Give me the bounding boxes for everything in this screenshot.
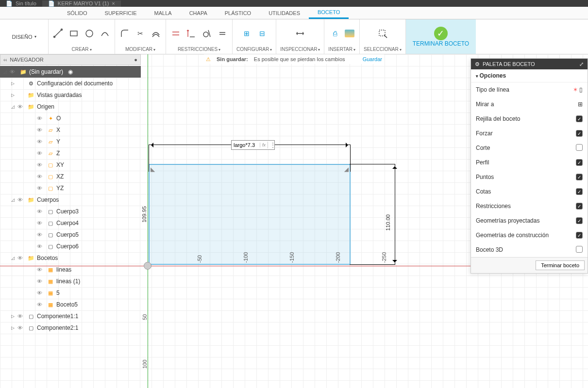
insert-image-icon[interactable] <box>345 30 354 37</box>
linetype-icon-2[interactable]: ▯ <box>579 86 583 93</box>
visibility-icon[interactable]: 👁 <box>17 325 25 331</box>
pin-icon[interactable]: ⤢ <box>579 61 584 67</box>
insert-deriv-icon[interactable]: ⎙ <box>329 28 341 39</box>
checkbox[interactable]: ✓ <box>576 203 583 210</box>
tree-body[interactable]: 👁▢Cuerpo6 <box>0 241 141 252</box>
visibility-icon[interactable]: 👁 <box>37 267 45 273</box>
tree-component[interactable]: ▷👁▢Componente2:1 <box>0 322 141 334</box>
checkbox[interactable]: ✓ <box>576 115 583 122</box>
ribbon-tab-chapa[interactable]: CHAPA <box>181 7 216 19</box>
origin-point[interactable] <box>144 262 151 270</box>
tree-axis-yz[interactable]: 👁▢YZ <box>0 182 141 194</box>
ribbon-tab-sólido[interactable]: SÓLIDO <box>58 7 96 19</box>
visibility-icon[interactable]: 👁 <box>37 174 45 179</box>
tree-body[interactable]: 👁▢Cuerpo3 <box>0 206 141 217</box>
visibility-icon[interactable]: 👁 <box>10 69 17 75</box>
dimension-menu-icon[interactable]: ⋮ <box>268 142 278 148</box>
checkbox[interactable] <box>576 246 583 253</box>
trim-tool-icon[interactable]: ✂ <box>134 28 146 39</box>
close-icon[interactable]: × <box>112 0 115 6</box>
tree-body[interactable]: 👁▢Cuerpo4 <box>0 217 141 229</box>
tree-root[interactable]: ◿👁📁(Sin guardar)◉ <box>0 66 141 78</box>
tree-sketch[interactable]: 👁▦lineas (1) <box>0 275 141 287</box>
tree-axis-xz[interactable]: 👁▢XZ <box>0 171 141 182</box>
visibility-icon[interactable]: 👁 <box>17 255 25 261</box>
visibility-icon[interactable]: 👁 <box>37 185 45 191</box>
tree-axis-x[interactable]: 👁▱X <box>0 124 141 136</box>
tree-axis-z[interactable]: 👁▱Z <box>0 147 141 159</box>
horiz-constraint-icon[interactable] <box>170 28 182 39</box>
doc-tab-1[interactable]: 📄 Sin título <box>0 0 42 7</box>
sketch-rectangle[interactable]: ◣ ◣ <box>149 164 351 265</box>
rectangle-tool-icon[interactable] <box>68 28 80 39</box>
measure-icon[interactable] <box>294 28 306 39</box>
tree-axis-xy[interactable]: 👁▢XY <box>0 159 141 171</box>
checkbox[interactable]: ✓ <box>576 188 583 195</box>
checkbox[interactable]: ✓ <box>576 130 583 137</box>
vertical-dimension-right[interactable]: 110.00 <box>388 164 395 265</box>
palette-section-options[interactable]: Opciones <box>471 69 588 82</box>
tangent-constraint-icon[interactable] <box>201 28 213 39</box>
tree-sketch[interactable]: 👁▦Boceto5 <box>0 299 141 310</box>
visibility-icon[interactable]: 👁 <box>37 162 45 168</box>
checkbox[interactable]: ✓ <box>576 174 583 180</box>
visibility-icon[interactable]: 👁 <box>37 115 45 121</box>
tree-origin[interactable]: ◿👁📁Origen <box>0 101 141 113</box>
tree-bodies[interactable]: ◿👁📁Cuerpos <box>0 194 141 206</box>
visibility-icon[interactable]: 👁 <box>37 220 45 226</box>
look-at-icon[interactable]: ⊞ <box>578 101 583 108</box>
collapse-icon[interactable]: ● <box>134 57 137 63</box>
offset-tool-icon[interactable] <box>150 28 162 39</box>
visibility-icon[interactable]: 👁 <box>37 209 45 214</box>
checkbox[interactable] <box>576 144 583 151</box>
ribbon-tab-superficie[interactable]: SUPERFICIE <box>96 7 146 19</box>
palette-header[interactable]: ⚙ PALETA DE BOCETO ⤢ <box>471 59 588 69</box>
ribbon-tab-boceto[interactable]: BOCETO <box>309 7 349 19</box>
fx-icon[interactable]: fx <box>260 143 268 147</box>
design-mode-button[interactable]: DISEÑO <box>0 19 49 54</box>
tree-sketches[interactable]: ◿👁📁Bocetos <box>0 252 141 264</box>
finish-sketch-button[interactable]: ✓ TERMINAR BOCETO <box>406 19 476 54</box>
tree-doc-config[interactable]: ▷⚙Configuración del documento <box>0 78 141 89</box>
tree-saved-views[interactable]: ▷📁Vistas guardadas <box>0 89 141 101</box>
visibility-icon[interactable]: 👁 <box>37 150 45 156</box>
checkbox[interactable]: ✓ <box>576 217 583 224</box>
tree-sketch[interactable]: 👁▦lineas <box>0 264 141 275</box>
line-tool-icon[interactable] <box>52 28 64 39</box>
chevron-left-icon[interactable]: ‹‹ <box>3 57 7 63</box>
save-link[interactable]: Guardar <box>363 56 382 62</box>
visibility-icon[interactable]: 👁 <box>37 127 45 133</box>
tree-body[interactable]: 👁▢Cuerpo5 <box>0 229 141 241</box>
arc-tool-icon[interactable] <box>99 28 111 39</box>
linetype-icon[interactable]: ✶ <box>573 86 578 93</box>
horizontal-dimension[interactable]: fx ⋮ <box>149 145 351 151</box>
visibility-icon[interactable]: 👁 <box>37 243 45 249</box>
ribbon-tab-malla[interactable]: MALLA <box>146 7 181 19</box>
tree-component[interactable]: ▷👁▢Componente1:1 <box>0 310 141 322</box>
visibility-icon[interactable]: 👁 <box>17 197 25 203</box>
finish-sketch-button-small[interactable]: Terminar boceto <box>536 260 585 270</box>
browser-header[interactable]: ‹‹ NAVEGADOR ● <box>0 54 141 65</box>
visibility-icon[interactable]: 👁 <box>37 302 45 307</box>
checkbox[interactable]: ✓ <box>576 232 583 239</box>
fillet-tool-icon[interactable] <box>119 28 131 39</box>
ribbon-tab-plástico[interactable]: PLÁSTICO <box>216 7 260 19</box>
visibility-icon[interactable]: 👁 <box>37 290 45 296</box>
visibility-icon[interactable]: 👁 <box>17 104 25 110</box>
circle-tool-icon[interactable] <box>84 28 95 39</box>
config-icon-2[interactable]: ⊟ <box>256 28 268 39</box>
gear-icon[interactable]: ⚙ <box>475 61 480 67</box>
visibility-icon[interactable]: 👁 <box>17 313 25 319</box>
checkbox[interactable]: ✓ <box>576 159 583 166</box>
equal-constraint-icon[interactable] <box>217 28 228 39</box>
doc-tab-2[interactable]: 📄 KERF MARYO V1 (1) × <box>42 0 121 7</box>
tree-sketch[interactable]: 👁▦5 <box>0 287 141 299</box>
ribbon-tab-utilidades[interactable]: UTILIDADES <box>260 7 309 19</box>
config-icon-1[interactable]: ⊞ <box>241 28 252 39</box>
select-tool-icon[interactable] <box>377 28 388 39</box>
visibility-icon[interactable]: 👁 <box>37 139 45 145</box>
visibility-icon[interactable]: 👁 <box>37 278 45 284</box>
tree-axis-o[interactable]: 👁✦O <box>0 113 141 124</box>
dimension-input[interactable] <box>232 142 260 148</box>
tree-axis-y[interactable]: 👁▱Y <box>0 136 141 147</box>
